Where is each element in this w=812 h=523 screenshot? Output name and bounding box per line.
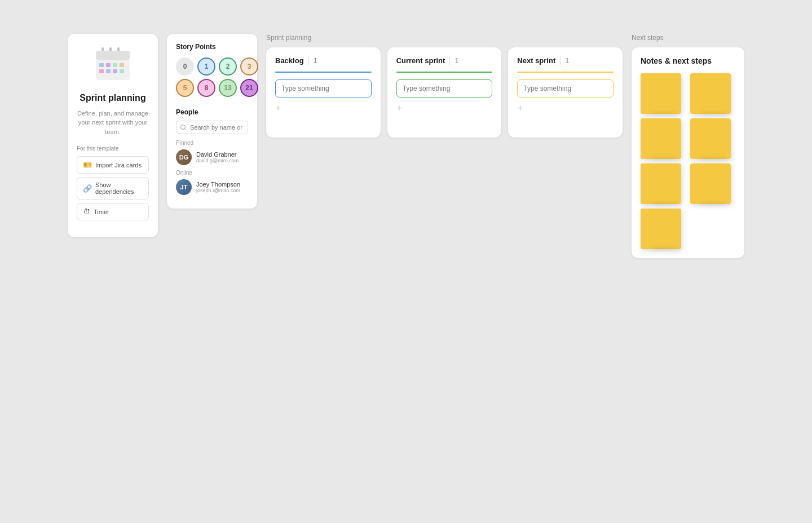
next-steps-label: Next steps bbox=[632, 34, 744, 42]
backlog-add-button[interactable]: + bbox=[275, 103, 372, 113]
svg-rect-6 bbox=[106, 63, 111, 67]
notes-card: Notes & next steps bbox=[632, 47, 744, 258]
sticky-note-5[interactable] bbox=[641, 163, 681, 204]
current-sprint-divider bbox=[449, 57, 450, 65]
side-panel: Story Points 0 1 2 3 5 8 13 21 People Pi… bbox=[167, 34, 257, 209]
sticky-note-1[interactable] bbox=[641, 73, 681, 114]
backlog-column: Backlog 1 + bbox=[266, 47, 381, 138]
backlog-input[interactable] bbox=[275, 79, 372, 97]
person-email-joey: joseph.t@miro.com bbox=[196, 188, 240, 193]
people-title: People bbox=[176, 108, 248, 116]
jira-icon: 🎫 bbox=[83, 161, 92, 169]
person-joey: JT Joey Thompson joseph.t@miro.com bbox=[176, 179, 248, 195]
svg-rect-11 bbox=[113, 69, 117, 73]
next-sprint-input[interactable] bbox=[517, 79, 614, 97]
timer-button[interactable]: ⏱ Timer bbox=[77, 203, 149, 220]
next-sprint-column: Next sprint 1 + bbox=[508, 47, 623, 138]
current-sprint-count: 1 bbox=[454, 56, 458, 65]
people-search-input[interactable] bbox=[176, 121, 248, 134]
show-dependencies-button[interactable]: 🔗 Show dependencies bbox=[77, 177, 149, 200]
pinned-label: Pinned bbox=[176, 140, 248, 146]
import-jira-button[interactable]: 🎫 Import Jira cards bbox=[77, 156, 149, 174]
template-description: Define, plan, and manage your next sprin… bbox=[77, 109, 149, 137]
backlog-title: Backlog bbox=[275, 56, 304, 65]
sp-badge-0[interactable]: 0 bbox=[176, 57, 194, 76]
calendar-icon bbox=[90, 45, 135, 86]
show-dependencies-label: Show dependencies bbox=[95, 181, 143, 195]
person-email-david: david.g@miro.com bbox=[196, 158, 239, 163]
backlog-count: 1 bbox=[314, 56, 317, 65]
svg-rect-5 bbox=[99, 63, 104, 67]
people-section: People Pinned DG David Grabner david.g@m… bbox=[176, 108, 248, 195]
sticky-note-7[interactable] bbox=[641, 209, 681, 249]
person-name-david: David Grabner bbox=[196, 151, 239, 158]
avatar-joey: JT bbox=[176, 179, 192, 195]
avatar-david: DG bbox=[176, 149, 192, 165]
svg-rect-9 bbox=[99, 69, 104, 73]
sp-badge-21[interactable]: 21 bbox=[240, 79, 258, 97]
current-sprint-header: Current sprint 1 bbox=[396, 56, 493, 65]
current-sprint-title: Current sprint bbox=[396, 56, 445, 65]
next-sprint-underline bbox=[517, 72, 614, 73]
sticky-note-6[interactable] bbox=[690, 163, 731, 204]
timer-label: Timer bbox=[94, 209, 109, 215]
template-title: Sprint planning bbox=[80, 92, 145, 104]
sprint-planning-main: Sprint planning Backlog 1 + Current spri… bbox=[266, 34, 623, 138]
current-sprint-add-button[interactable]: + bbox=[396, 103, 493, 113]
dependencies-icon: 🔗 bbox=[83, 184, 92, 193]
sticky-note-4[interactable] bbox=[690, 118, 731, 159]
current-sprint-underline bbox=[396, 72, 493, 73]
svg-rect-4 bbox=[96, 51, 130, 60]
sprint-columns: Backlog 1 + Current sprint 1 + bbox=[266, 47, 623, 138]
sp-badge-2[interactable]: 2 bbox=[219, 57, 237, 76]
sp-badge-3[interactable]: 3 bbox=[240, 57, 258, 76]
notes-title: Notes & next steps bbox=[641, 56, 735, 65]
sticky-note-3[interactable] bbox=[641, 118, 681, 159]
next-sprint-count: 1 bbox=[565, 56, 569, 65]
sprint-planning-label: Sprint planning bbox=[266, 34, 623, 42]
next-sprint-divider bbox=[560, 57, 561, 65]
person-name-joey: Joey Thompson bbox=[196, 181, 240, 188]
backlog-underline bbox=[275, 72, 372, 73]
online-label: Online bbox=[176, 170, 248, 176]
story-points-title: Story Points bbox=[176, 43, 248, 51]
next-sprint-add-button[interactable]: + bbox=[517, 103, 614, 113]
next-steps-panel: Next steps Notes & next steps bbox=[632, 34, 744, 258]
story-points-grid: 0 1 2 3 5 8 13 21 bbox=[176, 57, 248, 97]
svg-rect-8 bbox=[120, 63, 124, 67]
next-sprint-title: Next sprint bbox=[517, 56, 555, 65]
svg-rect-7 bbox=[113, 63, 117, 67]
current-sprint-column: Current sprint 1 + bbox=[387, 47, 502, 138]
current-sprint-input[interactable] bbox=[396, 79, 493, 97]
svg-rect-12 bbox=[120, 69, 124, 73]
backlog-header: Backlog 1 bbox=[275, 56, 372, 65]
timer-icon: ⏱ bbox=[83, 207, 90, 216]
template-card: Sprint planning Define, plan, and manage… bbox=[68, 34, 158, 237]
next-sprint-header: Next sprint 1 bbox=[517, 56, 614, 65]
sp-badge-5[interactable]: 5 bbox=[176, 79, 194, 97]
for-template-label: For this template bbox=[77, 145, 118, 152]
sp-badge-8[interactable]: 8 bbox=[197, 79, 215, 97]
svg-rect-10 bbox=[106, 69, 111, 73]
sp-badge-1[interactable]: 1 bbox=[197, 57, 215, 76]
sticky-note-2[interactable] bbox=[690, 73, 731, 114]
sp-badge-13[interactable]: 13 bbox=[219, 79, 237, 97]
person-david: DG David Grabner david.g@miro.com bbox=[176, 149, 248, 165]
sticky-notes-grid bbox=[641, 73, 735, 249]
backlog-divider bbox=[308, 57, 309, 65]
import-jira-label: Import Jira cards bbox=[95, 162, 142, 169]
